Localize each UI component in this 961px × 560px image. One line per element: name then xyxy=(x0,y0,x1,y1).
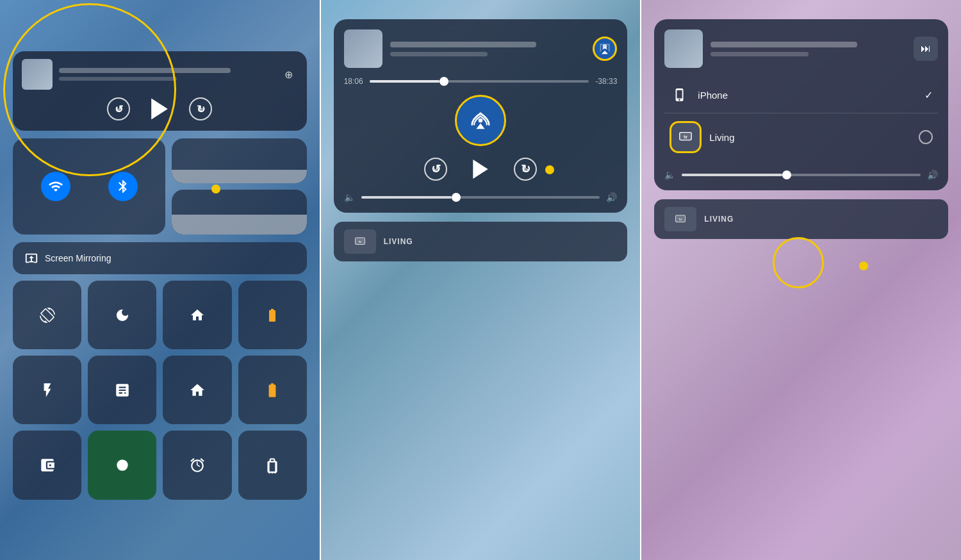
screen-mirror-icon xyxy=(24,251,38,265)
volume-low-icon: 🔈 xyxy=(344,192,355,202)
divider-1-2 xyxy=(320,0,321,560)
media-info xyxy=(59,68,274,81)
skip-back-button-2[interactable]: ↺ 30 xyxy=(424,158,447,181)
device-row-living[interactable]: tv Living xyxy=(664,113,938,161)
play-button[interactable] xyxy=(145,95,174,123)
appletv-location-label-3: LIVING xyxy=(704,215,734,224)
alarm-button[interactable] xyxy=(163,431,231,499)
media-sub-bar xyxy=(59,77,177,81)
brightness-slider[interactable] xyxy=(172,138,306,183)
airplay-title-block xyxy=(390,42,586,56)
media-card-top: ⊕ xyxy=(22,59,298,90)
volume-fill xyxy=(361,196,452,199)
action-buttons-grid xyxy=(13,281,307,349)
airplay-icon-button-header[interactable] xyxy=(593,37,617,61)
album-art-large xyxy=(344,29,382,68)
calculator-button[interactable] xyxy=(88,356,156,424)
svg-text:tv: tv xyxy=(684,135,687,139)
airplay-card-header xyxy=(344,29,618,68)
svg-point-2 xyxy=(117,459,127,470)
do-not-disturb-button[interactable] xyxy=(88,281,156,349)
volume-thumb xyxy=(452,193,461,202)
airplay-big-button[interactable] xyxy=(455,95,506,146)
panel-control-center: ⊕ ↺ 30 ↻ 30 xyxy=(0,0,320,560)
battery-status-button[interactable] xyxy=(238,356,307,424)
iphone-device-name: iPhone xyxy=(698,90,917,101)
airplay-title-bar xyxy=(390,42,537,47)
skip-back-button[interactable]: ↺ 30 xyxy=(107,97,130,120)
screen-mirroring-button[interactable]: Screen Mirroring xyxy=(13,242,307,274)
annotation-circle-3 xyxy=(773,237,824,288)
playback-row: ↺ 30 ↻ 30 xyxy=(344,155,618,183)
vol-fill-3 xyxy=(682,174,782,176)
volume-track[interactable] xyxy=(361,196,600,199)
album-art-thumbnail xyxy=(22,59,53,90)
skip-forward-button-2[interactable]: ↻ 30 xyxy=(514,158,537,181)
checkmark-icon: ✓ xyxy=(924,89,933,101)
sliders-column xyxy=(172,138,306,235)
panel3-control-button[interactable]: ⏭ xyxy=(914,37,938,61)
panel-device-picker: ⏭ iPhone ✓ tv xyxy=(641,0,961,560)
device-picker-card: ⏭ iPhone ✓ tv xyxy=(654,19,948,190)
flashlight-button[interactable] xyxy=(13,356,81,424)
appletv-icon: tv xyxy=(677,130,694,144)
progress-track[interactable] xyxy=(370,80,589,83)
progress-thumb xyxy=(439,77,448,86)
appletv-bar[interactable]: tv LIVING xyxy=(334,222,628,261)
play-button-2[interactable] xyxy=(466,155,495,183)
svg-marker-5 xyxy=(473,160,488,179)
appletv-location-label: LIVING xyxy=(384,237,413,246)
vol-low-icon-3: 🔈 xyxy=(664,170,675,180)
vol-track-3[interactable] xyxy=(682,174,921,176)
vol-high-icon-3: 🔊 xyxy=(927,170,938,180)
device-picker-header: ⏭ xyxy=(664,29,938,68)
home-control-button[interactable] xyxy=(163,356,231,424)
progress-row: 18:06 -38:33 xyxy=(344,77,618,86)
volume-high-icon: 🔊 xyxy=(606,192,617,202)
volume-row-3: 🔈 🔊 xyxy=(664,170,938,180)
media-title-bar xyxy=(59,68,231,73)
wifi-toggle[interactable] xyxy=(41,172,70,201)
living-device-name: Living xyxy=(709,132,911,143)
control-center-panel: ⊕ ↺ 30 ↻ 30 xyxy=(13,19,307,541)
media-controls: ↺ 30 ↻ 30 xyxy=(22,95,298,123)
svg-marker-0 xyxy=(151,99,168,120)
appletv-thumbnail-3: tv xyxy=(664,207,696,231)
home-app-button[interactable] xyxy=(163,281,231,349)
time-elapsed: 18:06 xyxy=(344,77,363,86)
battery-button[interactable] xyxy=(238,281,307,349)
iphone-device-icon xyxy=(669,85,690,105)
svg-rect-1 xyxy=(29,261,33,263)
device-sub-bar xyxy=(710,52,808,56)
vol-thumb-3 xyxy=(782,170,791,179)
wallet-button[interactable] xyxy=(13,431,81,499)
remote-button[interactable] xyxy=(238,431,307,499)
device-list: iPhone ✓ tv Living xyxy=(664,77,938,161)
screen-record-button[interactable] xyxy=(88,431,156,499)
appletv-device-icon[interactable]: tv xyxy=(669,121,702,153)
radio-button-living[interactable] xyxy=(919,130,933,144)
time-remaining: -38:33 xyxy=(595,77,617,86)
wifi-bluetooth-group xyxy=(13,138,165,235)
screen-mirroring-label: Screen Mirroring xyxy=(45,253,111,263)
appletv-bar-3[interactable]: tv LIVING xyxy=(654,199,948,239)
appletv-logo-icon: tv xyxy=(353,236,367,247)
progress-fill xyxy=(370,80,440,83)
bluetooth-toggle[interactable] xyxy=(108,172,138,201)
panel-airplay: 18:06 -38:33 xyxy=(321,0,641,560)
svg-text:tv: tv xyxy=(679,217,682,221)
screen-rotation-lock-button[interactable] xyxy=(13,281,81,349)
device-row-iphone[interactable]: iPhone ✓ xyxy=(664,77,938,113)
volume-slider[interactable] xyxy=(172,190,306,235)
bottom-buttons-grid xyxy=(13,356,307,499)
media-card: ⊕ ↺ 30 ↻ 30 xyxy=(13,51,307,131)
appletv-logo-icon-3: tv xyxy=(673,213,687,225)
airplay-sub-bar xyxy=(390,52,488,56)
device-picker-title-block xyxy=(710,42,906,56)
quick-toggles-row xyxy=(13,138,307,235)
volume-row: 🔈 🔊 xyxy=(344,192,618,202)
airplay-button-small[interactable]: ⊕ xyxy=(280,65,298,83)
skip-forward-button[interactable]: ↻ 30 xyxy=(189,97,212,120)
panel2-content: 18:06 -38:33 xyxy=(334,19,628,541)
device-title-bar xyxy=(710,42,857,47)
